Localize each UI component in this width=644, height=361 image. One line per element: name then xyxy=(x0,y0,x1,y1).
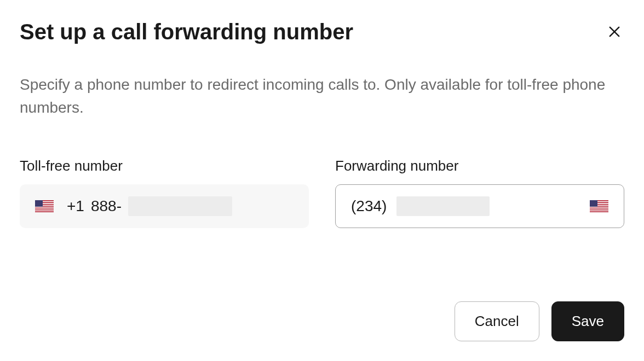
svg-rect-8 xyxy=(35,211,54,212)
forwarding-redacted xyxy=(396,196,490,216)
svg-rect-9 xyxy=(35,200,43,207)
us-flag-icon[interactable] xyxy=(590,200,608,212)
tollfree-area-code: 888- xyxy=(91,197,122,215)
tollfree-number: +1 888- xyxy=(67,196,232,216)
cancel-button[interactable]: Cancel xyxy=(455,301,539,341)
forwarding-input[interactable]: (234) xyxy=(335,184,624,228)
tollfree-label: Toll-free number xyxy=(20,158,309,174)
forwarding-prefix: (234) xyxy=(351,197,387,215)
save-button[interactable]: Save xyxy=(551,301,624,341)
svg-rect-16 xyxy=(590,211,608,212)
svg-rect-7 xyxy=(35,208,54,209)
forwarding-field: Forwarding number (234) xyxy=(335,158,624,228)
close-button[interactable] xyxy=(605,22,624,42)
svg-rect-17 xyxy=(590,200,597,207)
us-flag-icon xyxy=(35,200,54,212)
svg-rect-15 xyxy=(590,208,608,209)
dialog-title: Set up a call forwarding number xyxy=(20,20,353,44)
forwarding-label: Forwarding number xyxy=(335,158,624,174)
svg-rect-6 xyxy=(35,207,54,208)
tollfree-display: +1 888- xyxy=(20,184,309,228)
tollfree-country-code: +1 xyxy=(67,197,84,215)
tollfree-redacted xyxy=(128,196,232,216)
tollfree-field: Toll-free number +1 888- xyxy=(20,158,309,228)
close-icon xyxy=(607,24,622,39)
svg-rect-14 xyxy=(590,207,608,208)
dialog-description: Specify a phone number to redirect incom… xyxy=(20,73,622,119)
